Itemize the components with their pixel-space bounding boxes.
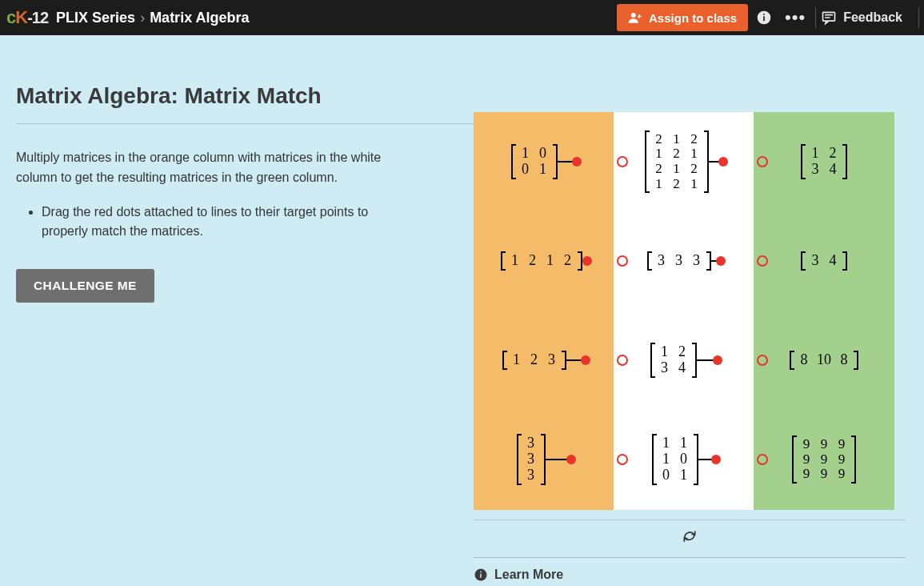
green-matrix-1: 1234 (801, 144, 847, 179)
green-row-2: 34 (754, 211, 894, 311)
white-matrix-2: 333 (647, 251, 711, 271)
assign-button-label: Assign to class (649, 11, 737, 25)
orange-column: 1001 1212 123 333 (474, 112, 614, 510)
crumb-separator-icon: › (140, 10, 145, 26)
person-plus-icon (628, 10, 642, 25)
refresh-bar (474, 520, 906, 552)
svg-rect-7 (480, 572, 482, 573)
feedback-button[interactable]: Feedback (821, 10, 914, 26)
target-ring[interactable] (617, 255, 628, 267)
white-column: 212121212121 333 1234 111001 (614, 112, 754, 510)
right-column: 1001 1212 123 333 (474, 112, 906, 582)
feedback-label: Feedback (843, 10, 902, 25)
logo-k: K (15, 7, 27, 27)
instructions-bullet: Drag the red dots attached to lines to t… (42, 203, 392, 243)
logo-c: c (6, 7, 15, 27)
target-ring[interactable] (757, 255, 768, 267)
drag-dot[interactable] (718, 157, 728, 167)
white-row-4: 111001 (614, 410, 754, 509)
drag-dot[interactable] (716, 256, 726, 266)
orange-matrix-2: 1212 (501, 251, 582, 271)
target-ring[interactable] (757, 454, 768, 465)
white-row-1: 212121212121 (614, 112, 754, 211)
drag-dot[interactable] (566, 455, 576, 464)
connector-line (565, 359, 586, 361)
svg-rect-4 (823, 12, 835, 21)
orange-row-3: 123 (474, 311, 614, 410)
green-matrix-2: 34 (801, 251, 847, 271)
svg-point-0 (631, 13, 636, 18)
ck12-logo[interactable]: cK-12 (0, 7, 56, 28)
drag-dot[interactable] (581, 355, 590, 365)
divider (815, 7, 816, 28)
connector-line (544, 459, 571, 460)
target-ring[interactable] (757, 355, 768, 366)
connector-line (695, 359, 718, 361)
target-ring[interactable] (617, 355, 628, 366)
orange-row-1: 1001 (474, 112, 614, 211)
connector-line (556, 161, 577, 163)
green-row-4: 999999999 (754, 410, 894, 509)
target-ring[interactable] (617, 156, 628, 167)
green-row-1: 1234 (754, 112, 894, 211)
orange-matrix-3: 123 (502, 351, 566, 370)
orange-matrix-4: 333 (517, 434, 546, 484)
drag-dot[interactable] (572, 157, 582, 167)
green-matrix-3: 8108 (790, 351, 858, 370)
orange-matrix-1: 1001 (511, 144, 558, 179)
drag-dot[interactable] (711, 455, 721, 464)
connector-line (581, 260, 587, 262)
orange-row-2: 1212 (474, 211, 614, 311)
orange-row-4: 333 (474, 410, 614, 509)
white-matrix-3: 1234 (650, 343, 697, 378)
divider (918, 7, 919, 28)
white-matrix-1: 212121212121 (645, 130, 709, 194)
white-row-3: 1234 (614, 311, 754, 410)
connector-line (697, 459, 716, 460)
assign-to-class-button[interactable]: Assign to class (617, 4, 748, 31)
logo-12: 12 (32, 9, 48, 26)
left-column: Matrix Algebra: Matrix Match Multiply ma… (10, 35, 474, 582)
connector-line (707, 161, 723, 163)
refresh-icon[interactable] (682, 528, 698, 544)
feedback-icon (821, 10, 837, 26)
connector-line (710, 260, 721, 262)
learn-more-row[interactable]: Learn More (474, 557, 906, 582)
info-icon[interactable] (756, 10, 772, 26)
matrix-board: 1001 1212 123 333 (474, 112, 894, 510)
top-bar: cK-12 PLIX Series › Matrix Algebra Assig… (0, 0, 924, 35)
target-ring[interactable] (757, 156, 768, 167)
instructions: Multiply matrices in the orange column w… (16, 148, 392, 242)
challenge-me-button[interactable]: CHALLENGE ME (16, 269, 154, 303)
green-column: 1234 34 8108 999999999 (754, 112, 894, 510)
more-menu-icon[interactable]: ••• (780, 7, 810, 28)
main-content: Matrix Algebra: Matrix Match Multiply ma… (0, 35, 924, 582)
crumb-plix-series[interactable]: PLIX Series (56, 10, 135, 26)
learn-more-label: Learn More (494, 568, 563, 582)
target-ring[interactable] (617, 454, 628, 465)
svg-rect-6 (480, 574, 482, 578)
drag-dot[interactable] (713, 355, 722, 365)
svg-rect-2 (763, 16, 765, 21)
breadcrumb: PLIX Series › Matrix Algebra (56, 10, 249, 26)
crumb-matrix-algebra[interactable]: Matrix Algebra (150, 10, 249, 26)
svg-rect-3 (763, 14, 765, 15)
white-row-2: 333 (614, 211, 754, 311)
drag-dot[interactable] (582, 256, 592, 266)
green-matrix-4: 999999999 (792, 435, 856, 484)
white-matrix-4: 111001 (652, 434, 698, 484)
instructions-paragraph: Multiply matrices in the orange column w… (16, 148, 392, 188)
green-row-3: 8108 (754, 311, 894, 410)
info-icon (474, 568, 488, 582)
page-title: Matrix Algebra: Matrix Match (16, 83, 474, 124)
